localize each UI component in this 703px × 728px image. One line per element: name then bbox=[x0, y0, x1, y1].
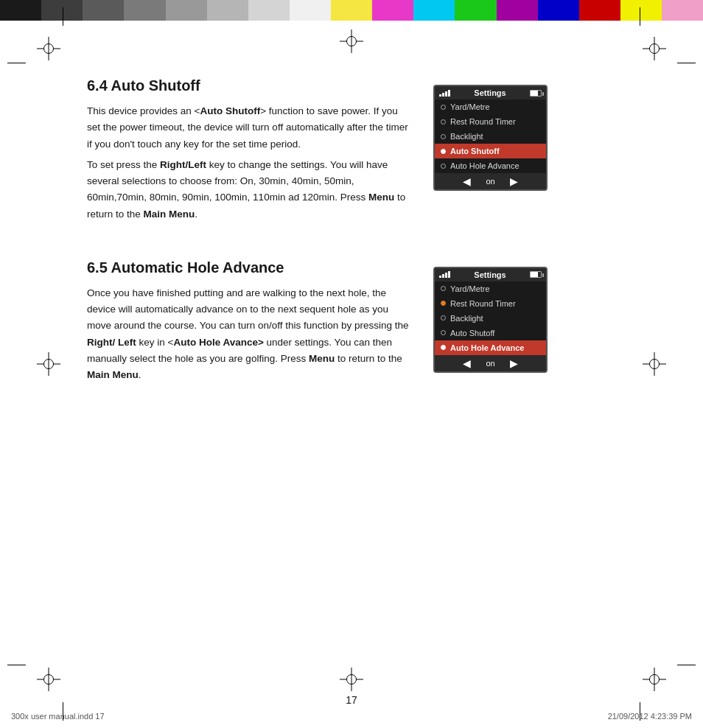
dot-backlight-1 bbox=[441, 134, 446, 139]
menu-label-rest-1: Rest Round Timer bbox=[450, 117, 516, 126]
section-body-auto-hole: Once you have finished putting and are w… bbox=[87, 285, 411, 384]
nav-right-arrow-1[interactable]: ▶ bbox=[510, 175, 518, 187]
menu-label-autoshutoff-1: Auto Shutoff bbox=[450, 147, 500, 155]
device-nav-1: ◀ on ▶ bbox=[435, 173, 546, 189]
menu-item-rest-1: Rest Round Timer bbox=[435, 114, 546, 129]
reg-mark-top-center bbox=[340, 29, 363, 53]
section-title-auto-hole: 6.5 Automatic Hole Advance bbox=[87, 259, 411, 276]
device-header-1: Settings bbox=[435, 86, 546, 99]
dot-autohole-2 bbox=[441, 345, 446, 350]
battery-icon-2 bbox=[530, 271, 542, 278]
device-mockup-auto-shutoff: Settings Yard/Metre Rest Round Timer Bac… bbox=[433, 85, 548, 223]
reg-mark-left-middle bbox=[37, 352, 60, 376]
section-text-auto-hole: 6.5 Automatic Hole Advance Once you have… bbox=[87, 259, 411, 384]
signal-bars-2 bbox=[439, 271, 450, 278]
crop-mark-bl-h bbox=[7, 665, 26, 665]
nav-left-arrow-2[interactable]: ◀ bbox=[463, 357, 471, 369]
menu-label-backlight-1: Backlight bbox=[450, 132, 483, 141]
section-body-auto-shutoff: This device provides an <Auto Shutoff> f… bbox=[87, 103, 411, 223]
dot-backlight-2 bbox=[441, 315, 446, 321]
device-header-2: Settings bbox=[435, 268, 546, 281]
menu-item-yard-metre-1: Yard/Metre bbox=[435, 99, 546, 114]
battery-icon-1 bbox=[530, 90, 542, 97]
menu-label-autohole-2: Auto Hole Advance bbox=[450, 343, 524, 352]
reg-mark-top-left bbox=[37, 37, 60, 60]
menu-label-yard-2: Yard/Metre bbox=[450, 284, 490, 293]
dot-autohole-1 bbox=[441, 164, 446, 169]
dot-yard-1 bbox=[441, 105, 446, 110]
dot-autoshutoff-1 bbox=[441, 149, 446, 154]
reg-mark-top-right bbox=[643, 37, 666, 60]
footer-left: 300x user manual.indd 17 bbox=[11, 712, 105, 721]
dot-rest-1 bbox=[441, 119, 446, 125]
dot-rest-2 bbox=[441, 301, 446, 306]
crop-mark-tl-h bbox=[7, 63, 26, 63]
menu-item-yard-metre-2: Yard/Metre bbox=[435, 281, 546, 296]
device-title-1: Settings bbox=[474, 88, 506, 97]
footer: 300x user manual.indd 17 21/09/2012 4:23… bbox=[0, 712, 703, 721]
menu-item-autoshutoff-2: Auto Shutoff bbox=[435, 326, 546, 340]
crop-mark-br-h bbox=[677, 665, 696, 665]
device-screen-2: Settings Yard/Metre Rest Round Timer Bac… bbox=[433, 267, 548, 373]
nav-right-arrow-2[interactable]: ▶ bbox=[510, 357, 518, 369]
dot-yard-2 bbox=[441, 286, 446, 291]
nav-label-1: on bbox=[486, 177, 494, 186]
menu-label-backlight-2: Backlight bbox=[450, 314, 483, 323]
nav-label-2: on bbox=[486, 359, 494, 368]
page-number: 17 bbox=[346, 694, 357, 706]
crop-mark-tr-v bbox=[640, 7, 640, 26]
device-title-2: Settings bbox=[474, 270, 506, 279]
signal-bars-1 bbox=[439, 90, 450, 97]
color-bar bbox=[0, 0, 703, 21]
section-auto-hole: 6.5 Automatic Hole Advance Once you have… bbox=[87, 259, 662, 384]
menu-label-rest-2: Rest Round Timer bbox=[450, 299, 516, 308]
menu-label-autohole-1: Auto Hole Advance bbox=[450, 161, 520, 170]
crop-mark-tr-h bbox=[677, 63, 696, 63]
device-mockup-auto-hole: Settings Yard/Metre Rest Round Timer Bac… bbox=[433, 267, 548, 384]
reg-mark-bottom-left bbox=[37, 668, 60, 691]
menu-item-backlight-1: Backlight bbox=[435, 129, 546, 144]
crop-mark-tl-v bbox=[63, 7, 63, 26]
menu-label-yard-1: Yard/Metre bbox=[450, 102, 490, 111]
menu-item-autohole-1: Auto Hole Advance bbox=[435, 158, 546, 173]
dot-autoshutoff-2 bbox=[441, 330, 446, 335]
menu-item-autohole-2: Auto Hole Advance bbox=[435, 340, 546, 355]
nav-left-arrow-1[interactable]: ◀ bbox=[463, 175, 471, 187]
menu-label-autoshutoff-2: Auto Shutoff bbox=[450, 329, 494, 337]
section-text-auto-shutoff: 6.4 Auto Shutoff This device provides an… bbox=[87, 77, 411, 223]
device-screen-1: Settings Yard/Metre Rest Round Timer Bac… bbox=[433, 85, 548, 191]
device-nav-2: ◀ on ▶ bbox=[435, 355, 546, 371]
section-auto-shutoff: 6.4 Auto Shutoff This device provides an… bbox=[87, 77, 662, 223]
footer-right: 21/09/2012 4:23:39 PM bbox=[608, 712, 692, 721]
menu-item-backlight-2: Backlight bbox=[435, 311, 546, 326]
menu-item-rest-2: Rest Round Timer bbox=[435, 296, 546, 311]
section-title-auto-shutoff: 6.4 Auto Shutoff bbox=[87, 77, 411, 94]
menu-item-autoshutoff-1: Auto Shutoff bbox=[435, 144, 546, 158]
